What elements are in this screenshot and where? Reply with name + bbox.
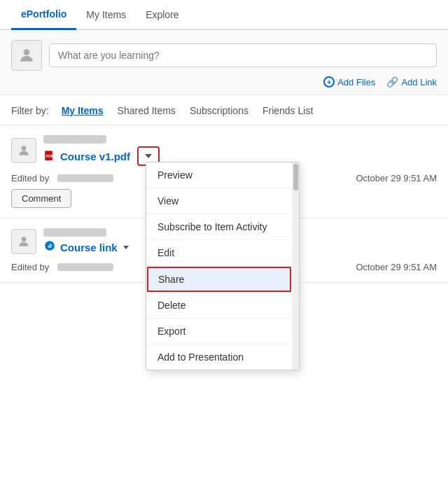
item-date-0: October 29 9:51 AM bbox=[356, 173, 437, 183]
dropdown-item-preview[interactable]: Preview bbox=[146, 162, 292, 188]
filter-subscriptions[interactable]: Subscriptions bbox=[183, 105, 255, 116]
add-files-link[interactable]: + Add Files bbox=[323, 76, 375, 88]
item-owner-name-1 bbox=[43, 228, 106, 237]
item-title-0[interactable]: Course v1.pdf bbox=[60, 151, 130, 162]
svg-text:PDF: PDF bbox=[46, 154, 54, 158]
editor-name-0 bbox=[57, 174, 113, 182]
scrollbar-thumb bbox=[293, 164, 298, 190]
svg-point-0 bbox=[24, 49, 30, 55]
svg-point-4 bbox=[22, 237, 27, 242]
dropdown-menu-0: Preview View Subscribe to Item Activity … bbox=[146, 162, 300, 370]
nav-myitems[interactable]: My Items bbox=[76, 1, 136, 29]
svg-point-1 bbox=[22, 146, 27, 151]
link-icon-1 bbox=[43, 239, 56, 255]
item-title-1[interactable]: Course link bbox=[60, 242, 118, 253]
small-arrow-icon-1 bbox=[123, 246, 129, 249]
edited-text-1: Edited by bbox=[11, 262, 49, 272]
item-date-1: October 29 9:51 AM bbox=[356, 262, 437, 272]
search-input[interactable] bbox=[49, 43, 437, 67]
dropdown-item-add-presentation[interactable]: Add to Presentation bbox=[146, 344, 292, 370]
dropdown-item-delete[interactable]: Delete bbox=[146, 293, 292, 319]
dropdown-item-view[interactable]: View bbox=[146, 188, 292, 214]
nav-explore[interactable]: Explore bbox=[136, 1, 188, 29]
top-nav: ePortfolio My Items Explore bbox=[0, 0, 448, 30]
add-files-icon: + bbox=[323, 76, 335, 88]
filter-myitems[interactable]: My Items bbox=[55, 105, 111, 116]
dropdown-item-subscribe[interactable]: Subscribe to Item Activity bbox=[146, 214, 292, 240]
svg-point-6 bbox=[48, 244, 52, 248]
item-list: PDF Course v1.pdf Preview View Subscribe… bbox=[0, 125, 448, 283]
nav-eportfolio[interactable]: ePortfolio bbox=[11, 0, 76, 30]
item-entry-0: PDF Course v1.pdf Preview View Subscribe… bbox=[0, 125, 448, 218]
editor-name-1 bbox=[57, 263, 113, 271]
comment-button-0[interactable]: Comment bbox=[11, 189, 71, 208]
item-owner-name-0 bbox=[43, 135, 106, 144]
dropdown-item-share[interactable]: Share bbox=[147, 267, 291, 292]
dropdown-item-edit[interactable]: Edit bbox=[146, 240, 292, 266]
edited-text-0: Edited by bbox=[11, 173, 49, 183]
filter-shareditems[interactable]: Shared Items bbox=[111, 105, 183, 116]
add-link-icon: 🔗 bbox=[386, 76, 398, 88]
dropdown-item-export[interactable]: Export bbox=[146, 319, 292, 344]
filter-row: Filter by: My Items Shared Items Subscri… bbox=[0, 95, 448, 125]
dropdown-arrow-icon-0 bbox=[145, 154, 152, 158]
item-avatar-1 bbox=[11, 229, 36, 254]
add-link-link[interactable]: 🔗 Add Link bbox=[386, 76, 437, 88]
filter-label: Filter by: bbox=[11, 105, 49, 116]
search-area: + Add Files 🔗 Add Link bbox=[0, 30, 448, 95]
user-avatar bbox=[11, 40, 42, 71]
dropdown-scrollbar[interactable] bbox=[292, 162, 299, 370]
pdf-icon-0: PDF bbox=[43, 150, 56, 162]
item-avatar-0 bbox=[11, 138, 36, 163]
filter-friendslist[interactable]: Friends List bbox=[255, 105, 320, 116]
